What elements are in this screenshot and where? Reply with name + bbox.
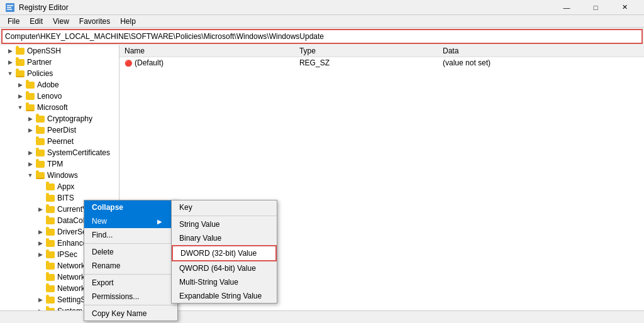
- ctx-permissions-label: Permissions...: [92, 292, 139, 301]
- ctx-delete[interactable]: Delete: [84, 245, 177, 259]
- sub-context-menu[interactable]: Key String Value Binary Value DWORD (32-…: [171, 200, 277, 304]
- sub-ctx-string-value[interactable]: String Value: [172, 217, 277, 231]
- sub-ctx-multi-string[interactable]: Multi-String Value: [172, 275, 277, 289]
- sub-ctx-key[interactable]: Key: [172, 200, 277, 214]
- context-menu[interactable]: Collapse New ▶ Find... Delete Rename Exp…: [84, 200, 178, 321]
- ctx-find[interactable]: Find...: [84, 228, 177, 242]
- ctx-new-arrow: ▶: [157, 218, 162, 225]
- ctx-copy-key-name[interactable]: Copy Key Name: [84, 307, 177, 320]
- ctx-export-label: Export: [92, 278, 114, 287]
- ctx-rename[interactable]: Rename: [84, 259, 177, 273]
- ctx-new-label: New: [92, 217, 107, 226]
- ctx-collapse[interactable]: Collapse: [84, 200, 177, 214]
- sub-ctx-dword-value[interactable]: DWORD (32-bit) Value: [172, 245, 277, 261]
- ctx-collapse-label: Collapse: [92, 203, 123, 212]
- ctx-permissions[interactable]: Permissions...: [84, 290, 177, 304]
- ctx-new[interactable]: New ▶: [84, 214, 177, 228]
- sub-ctx-expandable-string[interactable]: Expandable String Value: [172, 289, 277, 303]
- ctx-delete-label: Delete: [92, 248, 114, 256]
- ctx-copy-key-name-label: Copy Key Name: [92, 309, 147, 318]
- context-menu-overlay[interactable]: Collapse New ▶ Find... Delete Rename Exp…: [0, 0, 644, 323]
- ctx-rename-label: Rename: [92, 261, 120, 270]
- ctx-sep2: [84, 274, 177, 275]
- ctx-export[interactable]: Export: [84, 276, 177, 290]
- sub-ctx-binary-value[interactable]: Binary Value: [172, 231, 277, 245]
- sub-sep1: [172, 216, 277, 216]
- ctx-find-label: Find...: [92, 231, 113, 239]
- ctx-sep1: [84, 243, 177, 244]
- ctx-sep3: [84, 305, 177, 305]
- sub-ctx-qword-value[interactable]: QWORD (64-bit) Value: [172, 261, 277, 275]
